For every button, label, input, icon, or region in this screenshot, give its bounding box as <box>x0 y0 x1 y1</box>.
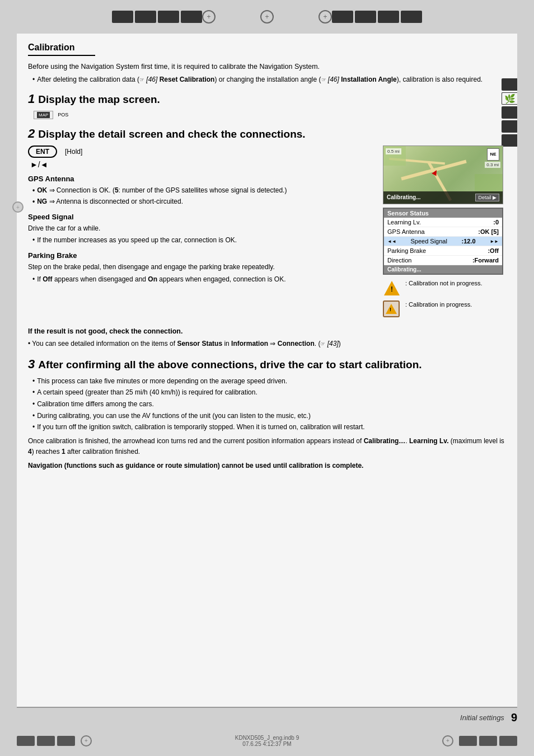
step3-bullet4: • During calibrating, you can use the AV… <box>32 411 506 421</box>
right-tab-3 <box>502 120 517 133</box>
main-content: 🌿 + Calibration Before using the Navigat… <box>17 34 517 707</box>
step3-heading: 3 After confirming all the above connect… <box>28 356 506 373</box>
step3-bullet4-text: During calibrating, you can use the AV f… <box>37 411 311 421</box>
calib-legend-item1: ! : Calibration not in progress. <box>383 279 503 297</box>
footer-tab-5 <box>479 736 497 746</box>
calib-in-progress-icon: ! <box>383 300 401 318</box>
right-tab-4 <box>502 134 517 147</box>
detail-button[interactable]: Detail ▶ <box>475 194 499 201</box>
speed-signal-heading: Speed Signal <box>28 213 375 221</box>
footer-center: KDNXD505_J_eng.indb 9 07.6.25 4:12:37 PM <box>235 735 299 747</box>
calib-in-progress-text: : Calibration in progress. <box>405 300 472 309</box>
arrow-keys: ►/◄ <box>30 160 375 169</box>
step3-bullet1: • This process can take five minutes or … <box>32 376 506 387</box>
sensor-row-direction: Direction :Forward <box>384 256 502 265</box>
speed-arrow-right <box>490 238 499 244</box>
step3-bullet2: • A certain speed (greater than 25 mi/h … <box>32 387 506 398</box>
section-title: Calibration <box>28 43 95 56</box>
calib-legend-item2: ! : Calibration in progress. <box>383 300 503 318</box>
bottom-note1: Once calibration is finished, the arrowh… <box>28 436 506 457</box>
step2-left: ENT [Hold] ►/◄ GPS Antenna • OK ⇒ Connec… <box>28 145 375 322</box>
learning-lv-label: Learning Lv. <box>387 219 421 226</box>
top-crosshair-center <box>260 10 274 24</box>
speed-signal-bullet-text: If the number increases as you speed up … <box>37 235 237 246</box>
step1-number: 1 <box>28 92 38 106</box>
footer-left: + <box>17 735 92 746</box>
ent-row: ENT [Hold] <box>28 145 375 158</box>
sensor-status-box: Sensor Status Learning Lv. :0 GPS Antenn… <box>383 208 503 275</box>
map-speed-label: 0.3 mi <box>485 162 500 168</box>
footer-right: + <box>442 735 517 746</box>
right-tabs: 🌿 <box>502 78 517 147</box>
footer-crosshair-right: + <box>442 735 453 746</box>
parking-brake-bullet-text: If Off appears when disengaged and On ap… <box>37 274 285 285</box>
step3-bullet2-text: A certain speed (greater than 25 mi/h (4… <box>37 387 257 398</box>
top-tab-6 <box>355 11 376 23</box>
calibrating-label: Calibrating... <box>387 194 421 200</box>
intro-text: Before using the Navigation System first… <box>28 62 506 72</box>
right-tab-1 <box>502 78 517 91</box>
sensor-row-learning: Learning Lv. :0 <box>384 218 502 227</box>
step2-text: Display the detail screen and check the … <box>38 128 305 140</box>
sensor-row-speed: Speed Signal :12.0 <box>384 237 502 246</box>
right-tab-2 <box>502 106 517 119</box>
step2-right: ▲ 0.5 mi 0.3 mi NE Calibrating... Detail… <box>383 145 506 322</box>
hold-label: [Hold] <box>65 148 82 156</box>
top-tab-4 <box>181 11 202 23</box>
footer: + KDNXD505_J_eng.indb 9 07.6.25 4:12:37 … <box>0 725 534 756</box>
map-compass: NE <box>487 148 499 161</box>
top-tabs-left <box>112 11 202 23</box>
left-register: + <box>12 201 24 213</box>
step3-bullet5-text: If you turn off the ignition switch, cal… <box>37 422 364 433</box>
speed-signal-label: Speed Signal <box>410 238 447 245</box>
step2-layout: ENT [Hold] ►/◄ GPS Antenna • OK ⇒ Connec… <box>28 145 506 322</box>
map-display: ▲ 0.5 mi 0.3 mi NE Calibrating... Detail… <box>383 145 503 204</box>
step1-heading: 1 Display the map screen. <box>28 91 506 107</box>
map-button[interactable]: MAP <box>34 111 53 119</box>
footer-tab-2 <box>37 736 55 746</box>
footer-tab-1 <box>17 736 35 746</box>
ent-button[interactable]: ENT <box>28 145 57 158</box>
footer-bar: Initial settings 9 <box>17 707 517 725</box>
speed-signal-value: :12.0 <box>461 238 475 245</box>
gps-antenna-label: GPS Antenna <box>387 228 425 235</box>
gps-ok-text: OK ⇒ Connection is OK. (5: number of the… <box>37 185 287 196</box>
calib-not-progress-icon: ! <box>383 279 401 297</box>
sensor-row-parking: Parking Brake :Off <box>384 246 502 256</box>
bullet-dot: • <box>32 74 35 85</box>
footer-crosshair-left: + <box>81 735 92 746</box>
parking-brake-heading: Parking Brake <box>28 251 375 260</box>
gps-ok-bullet: • OK ⇒ Connection is OK. (5: number of t… <box>32 185 375 196</box>
direction-label: Direction <box>387 257 411 264</box>
footer-tab-6 <box>499 736 517 746</box>
top-tab-7 <box>378 11 399 23</box>
step3-section: 3 After confirming all the above connect… <box>28 356 506 433</box>
parking-brake-bullet: • If Off appears when disengaged and On … <box>32 274 375 285</box>
map-icon: MAP <box>37 112 50 118</box>
step3-text: After confirming all the above connectio… <box>38 359 421 370</box>
intro-bullet1-text: After deleting the calibration data (☞ [… <box>37 74 483 85</box>
top-bar <box>0 0 534 34</box>
gps-antenna-value: :OK [5] <box>478 228 499 235</box>
speed-signal-bullet: • If the number increases as you speed u… <box>32 235 375 246</box>
step2-number: 2 <box>28 126 38 140</box>
intro-bullet1: • After deleting the calibration data (☞… <box>32 74 506 85</box>
step2-heading: 2 Display the detail screen and check th… <box>28 126 506 142</box>
step3-bullet1-text: This process can take five minutes or mo… <box>37 376 287 387</box>
sensor-calibrating-bar: Calibrating... <box>384 265 502 274</box>
top-tab-2 <box>135 11 156 23</box>
gps-ng-text: NG ⇒ Antenna is disconnected or short-ci… <box>37 196 183 207</box>
step3-bullet3: • Calibration time differs among the car… <box>32 399 506 410</box>
section-label: Initial settings <box>460 713 504 722</box>
sensor-status-title: Sensor Status <box>384 209 502 218</box>
calib-legend: ! : Calibration not in progress. ! <box>383 279 503 318</box>
pos-label: POS <box>58 112 68 118</box>
top-tab-8 <box>401 11 422 23</box>
step3-bullet3-text: Calibration time differs among the cars. <box>37 399 154 410</box>
top-tab-3 <box>158 11 179 23</box>
speed-signal-text: Drive the car for a while. <box>28 223 375 234</box>
map-button-area: MAP POS <box>34 111 506 119</box>
sensor-row-gps: GPS Antenna :OK [5] <box>384 227 502 237</box>
top-crosshair-right <box>318 10 332 24</box>
map-bottom-bar: Calibrating... Detail ▶ <box>383 191 503 204</box>
